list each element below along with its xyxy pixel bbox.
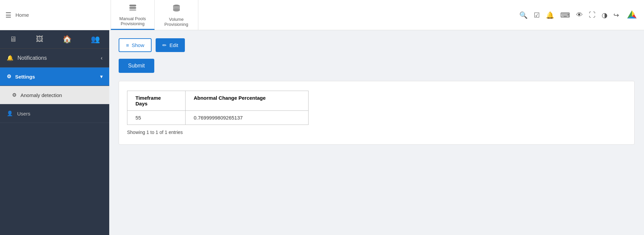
list-icon[interactable]: ☑ — [534, 11, 540, 19]
hamburger-icon[interactable]: ☰ — [5, 11, 11, 19]
tab-volume[interactable]: VolumeProvisioning — [155, 0, 198, 30]
edit-button[interactable]: ✏ Edit — [156, 38, 185, 52]
manual-pools-icon — [128, 3, 137, 14]
entries-text: Showing 1 to 1 of 1 entries — [127, 130, 626, 135]
sidebar-item-users[interactable]: 👤 Users — [0, 104, 109, 123]
show-list-icon: ≡ — [126, 42, 129, 48]
gear-sidebar-icon: ⚙ — [7, 74, 11, 80]
notifications-arrow-icon: ‹ — [101, 55, 103, 61]
topbar-left: ☰ Home — [0, 0, 111, 30]
contrast-icon[interactable]: ◑ — [602, 11, 607, 19]
svg-point-5 — [173, 9, 180, 11]
show-button[interactable]: ≡ Show — [119, 38, 152, 52]
sidebar-item-anomaly[interactable]: ⚙ Anomaly detection — [0, 86, 109, 104]
users-label: Users — [17, 111, 30, 116]
tab-manual-pools[interactable]: Manual PoolsProvisioning — [111, 0, 155, 30]
col2-header: Abnormal Change Percentage — [186, 91, 309, 111]
anomaly-gear-icon: ⚙ — [12, 92, 16, 98]
content-area: ≡ Show ✏ Edit Submit Timeframe Days Abno… — [109, 30, 644, 235]
col1-header: Timeframe Days — [127, 91, 186, 111]
app-logo — [625, 8, 639, 22]
topbar: ☰ Home Manual PoolsProvisioning V — [0, 0, 644, 30]
show-label: Show — [132, 42, 145, 48]
svg-rect-0 — [129, 5, 136, 6]
users-sidebar-icon: 👤 — [7, 110, 13, 116]
edit-label: Edit — [169, 42, 178, 48]
logout-icon[interactable]: ↪ — [613, 11, 619, 19]
topbar-actions: 🔍 ☑ 🔔 ⌨ 👁 ⛶ ◑ ↪ — [514, 0, 644, 30]
terminal-icon[interactable]: ⌨ — [560, 11, 570, 19]
bell-sidebar-icon: 🔔 — [7, 55, 13, 61]
sidebar-item-notifications[interactable]: 🔔 Notifications ‹ — [0, 49, 109, 67]
bell-icon[interactable]: 🔔 — [546, 11, 554, 19]
tab-manual-pools-label: Manual PoolsProvisioning — [119, 16, 146, 26]
sidebar-home-icon[interactable]: 🏠 — [60, 34, 74, 45]
main-layout: 🖥 🖼 🏠 👥 🔔 Notifications ‹ ⚙ Settings ▾ ⚙… — [0, 30, 644, 235]
home-label[interactable]: Home — [15, 12, 29, 18]
edit-pencil-icon: ✏ — [162, 42, 167, 48]
topbar-tabs: Manual PoolsProvisioning VolumeProvision… — [111, 0, 514, 30]
search-icon[interactable]: 🔍 — [519, 11, 528, 19]
expand-icon[interactable]: ⛶ — [589, 11, 596, 19]
table-card: Timeframe Days Abnormal Change Percentag… — [119, 81, 635, 145]
svg-rect-2 — [129, 9, 136, 11]
action-buttons: ≡ Show ✏ Edit — [119, 38, 635, 52]
svg-rect-1 — [129, 7, 136, 9]
sidebar: 🖥 🖼 🏠 👥 🔔 Notifications ‹ ⚙ Settings ▾ ⚙… — [0, 30, 109, 235]
sidebar-gallery-icon[interactable]: 🖼 — [33, 34, 46, 45]
data-table: Timeframe Days Abnormal Change Percentag… — [127, 91, 309, 125]
sidebar-desktop-icon[interactable]: 🖥 — [7, 34, 19, 45]
sidebar-users-icon[interactable]: 👥 — [88, 34, 103, 45]
sidebar-top-icons: 🖥 🖼 🏠 👥 — [0, 30, 109, 49]
volume-icon — [172, 3, 181, 15]
anomaly-label: Anomaly detection — [21, 92, 62, 98]
cell-days: 55 — [127, 111, 186, 125]
tab-volume-label: VolumeProvisioning — [164, 17, 188, 27]
submit-button[interactable]: Submit — [119, 59, 154, 73]
notifications-label: Notifications — [17, 55, 47, 61]
cell-percentage: 0.7699999809265137 — [186, 111, 309, 125]
sidebar-item-settings[interactable]: ⚙ Settings ▾ — [0, 67, 109, 86]
eye-icon[interactable]: 👁 — [576, 11, 583, 19]
settings-chevron-icon: ▾ — [100, 74, 103, 79]
table-row: 55 0.7699999809265137 — [127, 111, 309, 125]
settings-label: Settings — [15, 74, 35, 80]
